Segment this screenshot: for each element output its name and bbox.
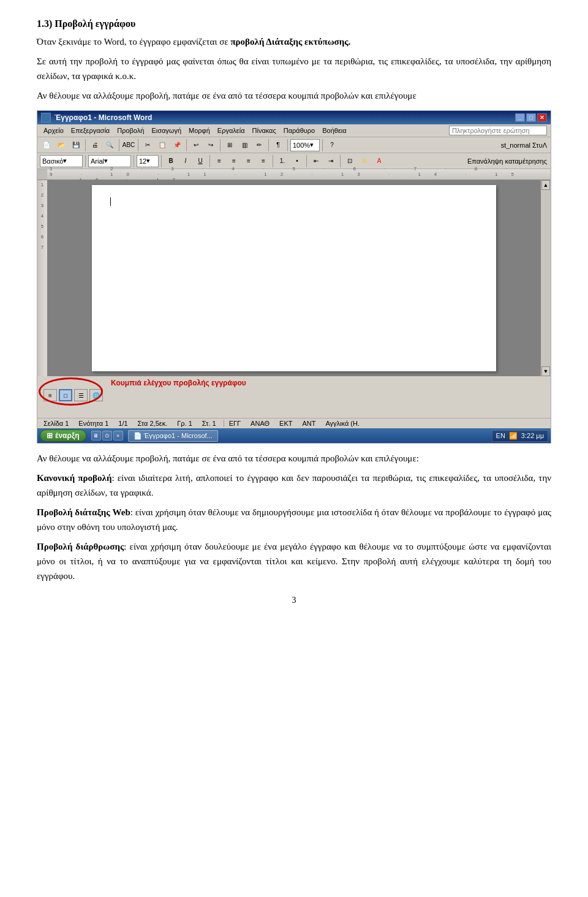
fsep2 <box>134 155 134 167</box>
zoom-dropdown[interactable]: 100% ▾ <box>290 139 320 151</box>
maximize-button[interactable]: □ <box>526 113 536 122</box>
status-page: Σελίδα 1 <box>41 420 71 427</box>
ruler: 1 · 2 · 3 · 4 · 5 · 6 · 7 · 8 · 9 · 10 ·… <box>37 169 551 180</box>
save-button[interactable]: 💾 <box>69 139 83 151</box>
taskbar-word-window[interactable]: 📄 Έγγραφο1 - Microsof... <box>128 430 218 442</box>
search-input[interactable] <box>449 126 547 135</box>
kanoniki-text: : είναι ιδιαίτερα λιτή, απλοποιεί το έγγ… <box>37 473 551 498</box>
cut-button[interactable]: ✂ <box>141 139 154 151</box>
sep8 <box>322 139 323 151</box>
menu-edit[interactable]: Επεξεργασία <box>67 126 113 135</box>
status-col: Στ. 1 <box>200 420 219 427</box>
scroll-up-button[interactable]: ▲ <box>541 180 550 190</box>
close-button[interactable]: ✕ <box>537 113 547 122</box>
paste-button[interactable]: 📌 <box>170 139 184 151</box>
indent-increase-button[interactable]: ⇥ <box>324 155 337 167</box>
justify-button[interactable]: ≡ <box>257 155 270 167</box>
fsep5 <box>273 155 273 167</box>
start-button[interactable]: ⊞ έναρξη <box>40 430 86 442</box>
taskbar-icon-3[interactable]: » <box>113 431 123 441</box>
status-rec: ΕΓΓ <box>224 420 243 427</box>
tray-lang: EN <box>496 432 505 439</box>
right-scrollbar[interactable]: ▲ ▼ <box>541 180 551 376</box>
horizontal-ruler: 1 · 2 · 3 · 4 · 5 · 6 · 7 · 8 · 9 · 10 ·… <box>47 169 551 180</box>
taskbar-icon-1[interactable]: 🖥 <box>91 431 101 441</box>
outline-view-button[interactable]: ☰ <box>74 389 88 401</box>
standard-toolbar: 📄 📂 💾 🖨 🔍 ABC ✂ 📋 📌 ↩ ↪ ⊞ ▥ ✏ ¶ 100% ▾ ?… <box>37 137 551 153</box>
italic-button[interactable]: I <box>179 155 192 167</box>
bold-button[interactable]: B <box>164 155 178 167</box>
menu-tools[interactable]: Εργαλεία <box>214 126 249 135</box>
numbering-button[interactable]: 1. <box>276 155 289 167</box>
help-button[interactable]: ? <box>325 139 339 151</box>
undo-button[interactable]: ↩ <box>189 139 203 151</box>
paragraph-kanoniki: Κανονική προβολή: είναι ιδιαίτερα λιτή, … <box>37 471 551 500</box>
taskbar-window-icon: 📄 <box>134 432 142 439</box>
align-center-button[interactable]: ≡ <box>227 155 241 167</box>
word-title-bar: Έγγραφο1 - Microsoft Word _ □ ✕ <box>37 111 551 124</box>
scroll-down-button[interactable]: ▼ <box>541 366 550 376</box>
diarthrosi-label: Προβολή διάρθρωσης <box>37 542 124 551</box>
status-line: Γρ. 1 <box>175 420 195 427</box>
normal-view-button[interactable]: ≡ <box>43 389 57 401</box>
fsep3 <box>161 155 162 167</box>
para1-text: Όταν ξεκινάμε το Word, το έγγραφο εμφανί… <box>37 37 230 47</box>
kanoniki-label: Κανονική προβολή <box>37 473 111 483</box>
taskbar-window-label: Έγγραφο1 - Microsof... <box>144 432 213 439</box>
align-right-button[interactable]: ≡ <box>242 155 255 167</box>
bullets-button[interactable]: • <box>290 155 304 167</box>
menu-format[interactable]: Μορφή <box>185 126 214 135</box>
minimize-button[interactable]: _ <box>515 113 525 122</box>
web-label: Προβολή διάταξης Web <box>37 507 130 517</box>
columns-button[interactable]: ▥ <box>238 139 251 151</box>
show-formatting-button[interactable]: ¶ <box>271 139 285 151</box>
status-bar: Σελίδα 1 Ενότητα 1 1/1 Στα 2,5εκ. Γρ. 1 … <box>37 418 551 428</box>
status-lang: Αγγλικά (Η. <box>323 420 362 427</box>
copy-button[interactable]: 📋 <box>156 139 169 151</box>
paragraph-after-screenshot: Αν θέλουμε να αλλάξουμε προβολή, πατάμε … <box>37 451 551 466</box>
taskbar-quick-launch: 🖥 ⊙ » <box>91 431 123 441</box>
menu-view[interactable]: Προβολή <box>113 126 148 135</box>
web-view-button[interactable]: 🌐 <box>89 389 103 401</box>
print-button[interactable]: 🖨 <box>88 139 102 151</box>
word-title-text: Έγγραφο1 - Microsoft Word <box>55 113 152 122</box>
para1-bold: προβολή Διάταξης εκτύπωσης. <box>230 37 350 47</box>
style-dropdown[interactable]: Βασικό ▾ <box>40 155 83 167</box>
highlight-button[interactable]: A <box>358 155 371 167</box>
sep3 <box>138 139 138 151</box>
word-screenshot: Έγγραφο1 - Microsoft Word _ □ ✕ Αρχείο Ε… <box>37 110 551 444</box>
counter-label: Επανάληψη καταμέτρησης <box>466 157 548 165</box>
fontcolor-button[interactable]: A <box>372 155 386 167</box>
menu-window[interactable]: Παράθυρο <box>280 126 318 135</box>
word-app-icon <box>41 113 51 123</box>
border-button[interactable]: ⊡ <box>343 155 356 167</box>
sep6 <box>268 139 269 151</box>
sep2 <box>119 139 119 151</box>
title-controls[interactable]: _ □ ✕ <box>515 113 547 122</box>
new-button[interactable]: 📄 <box>40 139 53 151</box>
font-dropdown[interactable]: Arial ▾ <box>88 155 131 167</box>
status-ovr: ΑΝΤ <box>300 420 318 427</box>
status-section: Ενότητα 1 <box>76 420 111 427</box>
sep7 <box>287 139 288 151</box>
menu-help[interactable]: Βοήθεια <box>318 126 350 135</box>
text-cursor <box>110 197 111 206</box>
print-layout-view-button[interactable]: □ <box>59 389 72 401</box>
size-dropdown[interactable]: 12 ▾ <box>137 155 159 167</box>
align-left-button[interactable]: ≡ <box>213 155 226 167</box>
printpreview-button[interactable]: 🔍 <box>103 139 116 151</box>
menu-table[interactable]: Πίνακας <box>249 126 280 135</box>
drawing-button[interactable]: ✏ <box>252 139 266 151</box>
menu-insert[interactable]: Εισαγωγή <box>148 126 185 135</box>
spellcheck-button[interactable]: ABC <box>122 139 135 151</box>
system-tray: EN 📶 3:22 μμ <box>492 430 548 442</box>
open-button[interactable]: 📂 <box>55 139 68 151</box>
table-button[interactable]: ⊞ <box>223 139 236 151</box>
underline-button[interactable]: U <box>194 155 207 167</box>
menu-file[interactable]: Αρχείο <box>40 126 67 135</box>
redo-button[interactable]: ↪ <box>204 139 217 151</box>
callout-label: Κουμπιά ελέγχου προβολής εγγράφου <box>111 379 246 387</box>
taskbar-icon-2[interactable]: ⊙ <box>102 431 112 441</box>
indent-decrease-button[interactable]: ⇤ <box>309 155 323 167</box>
sep4 <box>186 139 187 151</box>
